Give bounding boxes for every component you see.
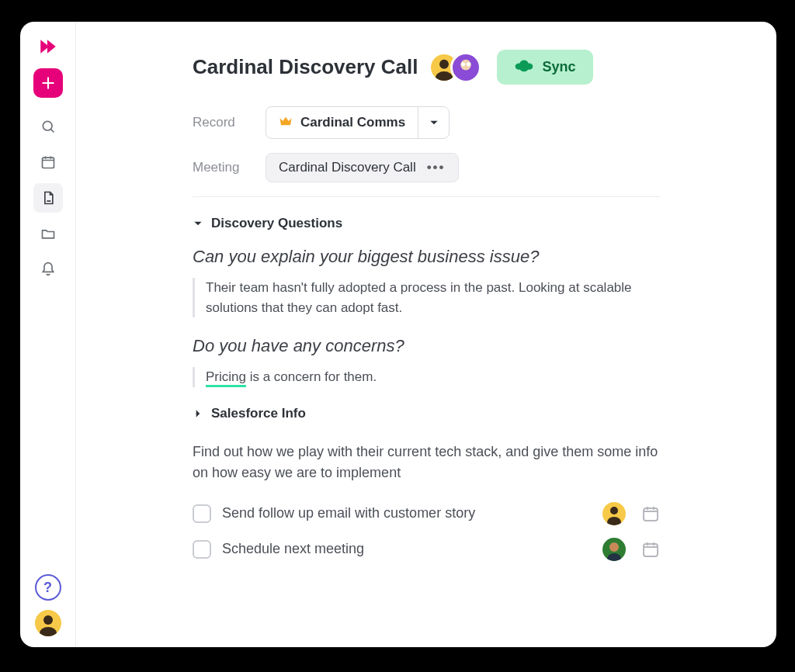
task-label: Schedule next meeting — [222, 541, 592, 557]
answer-2-rest: is a concern for them. — [246, 369, 377, 384]
more-icon: ••• — [427, 160, 446, 175]
task-row: Schedule next meeting — [193, 538, 660, 561]
task-checkbox[interactable] — [193, 504, 211, 523]
chevron-right-icon — [193, 408, 203, 419]
sync-label: Sync — [542, 59, 575, 75]
svg-point-15 — [520, 65, 529, 71]
divider — [193, 196, 660, 197]
sidebar: ? — [20, 22, 76, 647]
participant-avatars[interactable] — [429, 52, 481, 83]
svg-point-10 — [462, 62, 466, 66]
add-button[interactable] — [33, 68, 63, 98]
task-assignee-avatar[interactable] — [602, 502, 626, 525]
meeting-label: Meeting — [193, 160, 245, 175]
section-discovery-title: Discovery Questions — [211, 216, 342, 231]
section-salesforce-toggle[interactable]: Salesforce Info — [193, 406, 660, 421]
calendar-icon[interactable] — [33, 147, 63, 177]
task-date-icon[interactable] — [641, 504, 660, 523]
bell-icon[interactable] — [33, 255, 63, 284]
svg-rect-1 — [42, 158, 54, 168]
salesforce-cloud-icon — [514, 57, 534, 77]
meeting-pill[interactable]: Cardinal Discovery Call ••• — [266, 153, 459, 182]
task-date-icon[interactable] — [641, 540, 660, 559]
document-icon[interactable] — [33, 183, 63, 213]
task-checkbox[interactable] — [193, 540, 211, 559]
record-value-button[interactable]: Cardinal Comms — [266, 107, 418, 138]
answer-2-highlight: Pricing — [206, 369, 246, 387]
chevron-down-icon — [193, 218, 203, 229]
note-body: Find out how we play with their current … — [193, 442, 660, 483]
task-label: Send follow up email with customer story — [222, 505, 592, 521]
question-1: Can you explain your biggest business is… — [193, 247, 660, 267]
avatar — [450, 52, 481, 83]
svg-point-6 — [440, 59, 450, 68]
meeting-row: Meeting Cardinal Discovery Call ••• — [193, 153, 660, 182]
svg-point-21 — [609, 542, 619, 552]
task-assignee-avatar[interactable] — [602, 538, 626, 561]
svg-point-3 — [43, 615, 53, 625]
sync-button[interactable]: Sync — [497, 50, 592, 85]
help-button[interactable]: ? — [35, 574, 61, 601]
question-2: Do you have any concerns? — [193, 336, 660, 356]
record-pill: Cardinal Comms — [266, 106, 450, 139]
record-label: Record — [193, 115, 245, 130]
crown-icon — [279, 115, 293, 130]
folder-icon[interactable] — [33, 219, 63, 248]
page-title: Cardinal Discovery Call — [193, 55, 418, 79]
record-dropdown-button[interactable] — [418, 107, 449, 138]
answer-1: Their team hasn't fully adopted a proces… — [193, 278, 660, 317]
chevron-down-icon — [429, 117, 439, 128]
sidebar-bottom: ? — [35, 574, 61, 636]
search-icon[interactable] — [33, 112, 63, 141]
app-frame: ? Cardinal Discovery Call S — [20, 22, 776, 647]
section-discovery-toggle[interactable]: Discovery Questions — [193, 216, 660, 231]
record-value: Cardinal Comms — [300, 115, 405, 130]
svg-point-17 — [610, 507, 618, 514]
answer-2: Pricing is a concern for them. — [193, 367, 660, 387]
main-content: Cardinal Discovery Call Sync Record — [76, 22, 776, 647]
svg-point-11 — [467, 62, 470, 66]
meeting-value: Cardinal Discovery Call — [279, 160, 416, 175]
help-label: ? — [43, 580, 52, 596]
header: Cardinal Discovery Call Sync — [193, 50, 660, 85]
svg-point-0 — [43, 121, 52, 130]
svg-rect-23 — [644, 544, 658, 556]
record-row: Record Cardinal Comms — [193, 106, 660, 139]
current-user-avatar[interactable] — [35, 610, 61, 636]
task-row: Send follow up email with customer story — [193, 502, 660, 525]
section-salesforce-title: Salesforce Info — [211, 406, 306, 421]
svg-rect-19 — [644, 508, 658, 521]
scratchpad-logo — [36, 34, 61, 59]
